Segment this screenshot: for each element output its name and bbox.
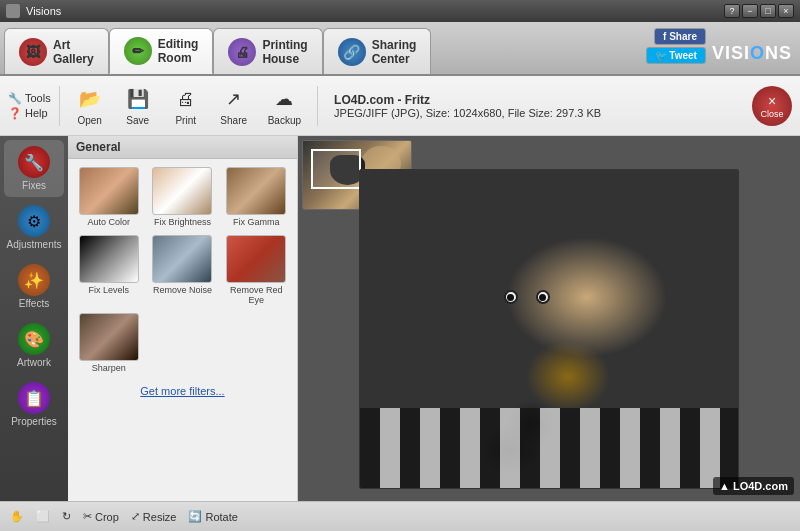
- effects-icon: ✨: [18, 264, 50, 296]
- save-button[interactable]: 💾 Save: [116, 81, 160, 130]
- cat-stripes: [360, 408, 738, 488]
- hand-tool[interactable]: ✋: [10, 510, 24, 523]
- tab-sharing-label: Sharing Center: [372, 38, 417, 66]
- share-button[interactable]: f Share: [654, 28, 706, 45]
- adjustments-label: Adjustments: [6, 239, 61, 250]
- app-logo: VISIONS: [712, 43, 792, 64]
- noise-label: Remove Noise: [153, 285, 212, 295]
- crop-label: Crop: [95, 511, 119, 523]
- tools-item[interactable]: 🔧 Tools: [8, 92, 51, 105]
- cat-pupil-right: [539, 294, 546, 301]
- app-title: Visions: [26, 5, 61, 17]
- editing-room-icon: ✏: [124, 37, 152, 65]
- artwork-icon: 🎨: [18, 323, 50, 355]
- printing-house-icon: 🖨: [228, 38, 256, 66]
- art-gallery-icon: 🖼: [19, 38, 47, 66]
- sidebar-item-fixes[interactable]: 🔧 Fixes: [4, 140, 64, 197]
- minimize-btn[interactable]: −: [742, 4, 758, 18]
- backup-icon: ☁: [270, 85, 298, 113]
- titlebar: Visions ? − □ ×: [0, 0, 800, 22]
- print-button[interactable]: 🖨 Print: [164, 81, 208, 130]
- brightness-label: Fix Brightness: [154, 217, 211, 227]
- crop-tool[interactable]: ✂ Crop: [83, 510, 119, 523]
- sharpen-label: Sharpen: [92, 363, 126, 373]
- fixes-icon: 🔧: [18, 146, 50, 178]
- sidebar: 🔧 Fixes ⚙ Adjustments ✨ Effects 🎨 Artwor…: [0, 136, 68, 501]
- maximize-btn[interactable]: □: [760, 4, 776, 18]
- status-tools: ✋ ⬜ ↻ ✂ Crop ⤢ Resize 🔄 Rotate: [10, 510, 238, 523]
- file-info: LO4D.com - Fritz JPEG/JIFF (JPG), Size: …: [334, 93, 748, 119]
- properties-icon: 📋: [18, 382, 50, 414]
- rotate-free-tool[interactable]: ↻: [62, 510, 71, 523]
- levels-thumb: [79, 235, 139, 283]
- toolbar: 🔧 Tools ❓ Help 📂 Open 💾 Save 🖨 Print ↗ S…: [0, 76, 800, 136]
- sharing-center-icon: 🔗: [338, 38, 366, 66]
- close-button[interactable]: × Close: [752, 86, 792, 126]
- get-more-filters-link[interactable]: Get more filters...: [140, 385, 224, 397]
- share-toolbar-button[interactable]: ↗ Share: [212, 81, 256, 130]
- effect-redeye[interactable]: Remove Red Eye: [221, 233, 291, 307]
- effect-sharpen[interactable]: Sharpen: [74, 311, 144, 375]
- fixes-label: Fixes: [22, 180, 46, 191]
- rotate-tool[interactable]: 🔄 Rotate: [188, 510, 237, 523]
- cat-pupil-left: [507, 294, 514, 301]
- gamma-thumb: [226, 167, 286, 215]
- help-label: Help: [25, 107, 48, 119]
- redeye-label: Remove Red Eye: [223, 285, 289, 305]
- tab-art-gallery[interactable]: 🖼 Art Gallery: [4, 28, 109, 74]
- rotate-icon: 🔄: [188, 510, 202, 523]
- status-bar: ✋ ⬜ ↻ ✂ Crop ⤢ Resize 🔄 Rotate: [0, 501, 800, 531]
- gamma-label: Fix Gamma: [233, 217, 280, 227]
- toolbar-divider-1: [59, 86, 60, 126]
- sidebar-item-properties[interactable]: 📋 Properties: [4, 376, 64, 433]
- hand-icon: ✋: [10, 510, 24, 523]
- rotate-free-icon: ↻: [62, 510, 71, 523]
- close-window-btn[interactable]: ×: [778, 4, 794, 18]
- tools-help: 🔧 Tools ❓ Help: [8, 92, 51, 120]
- brightness-thumb: [152, 167, 212, 215]
- effect-levels[interactable]: Fix Levels: [74, 233, 144, 307]
- tabs-row: 🖼 Art Gallery ✏ Editing Room 🖨 Printing …: [0, 22, 800, 76]
- help-item[interactable]: ❓ Help: [8, 107, 51, 120]
- sharpen-thumb: [79, 313, 139, 361]
- effect-gamma[interactable]: Fix Gamma: [221, 165, 291, 229]
- backup-button[interactable]: ☁ Backup: [260, 81, 309, 130]
- tab-printing-label: Printing House: [262, 38, 307, 66]
- titlebar-left: Visions: [6, 4, 61, 18]
- artwork-label: Artwork: [17, 357, 51, 368]
- noise-thumb: [152, 235, 212, 283]
- main-area: 🔧 Fixes ⚙ Adjustments ✨ Effects 🎨 Artwor…: [0, 136, 800, 501]
- sidebar-item-effects[interactable]: ✨ Effects: [4, 258, 64, 315]
- watermark: ▲ LO4D.com: [713, 477, 794, 495]
- effects-panel: General Auto Color Fix Brightness Fix Ga…: [68, 136, 298, 501]
- effect-brightness[interactable]: Fix Brightness: [148, 165, 218, 229]
- tweet-button[interactable]: 🐦 Tweet: [646, 47, 706, 64]
- resize-tool[interactable]: ⤢ Resize: [131, 510, 177, 523]
- toolbar-divider-2: [317, 86, 318, 126]
- tab-printing-house[interactable]: 🖨 Printing House: [213, 28, 322, 74]
- effects-label: Effects: [19, 298, 49, 309]
- effects-grid: Auto Color Fix Brightness Fix Gamma Fix …: [68, 159, 297, 381]
- tab-sharing-center[interactable]: 🔗 Sharing Center: [323, 28, 432, 74]
- sidebar-item-adjustments[interactable]: ⚙ Adjustments: [4, 199, 64, 256]
- help-titlebar-btn[interactable]: ?: [724, 4, 740, 18]
- help-icon: ❓: [8, 107, 22, 120]
- select-tool[interactable]: ⬜: [36, 510, 50, 523]
- save-icon: 💾: [124, 85, 152, 113]
- levels-label: Fix Levels: [89, 285, 130, 295]
- close-label: Close: [760, 109, 783, 119]
- properties-label: Properties: [11, 416, 57, 427]
- main-image[interactable]: [359, 169, 739, 489]
- sidebar-item-artwork[interactable]: 🎨 Artwork: [4, 317, 64, 374]
- effect-autocolor[interactable]: Auto Color: [74, 165, 144, 229]
- open-button[interactable]: 📂 Open: [68, 81, 112, 130]
- effect-noise[interactable]: Remove Noise: [148, 233, 218, 307]
- resize-icon: ⤢: [131, 510, 140, 523]
- close-x-icon: ×: [768, 93, 776, 109]
- titlebar-buttons: ? − □ ×: [724, 4, 794, 18]
- cat-eye-right: [536, 290, 550, 304]
- share-icon: ↗: [220, 85, 248, 113]
- print-icon: 🖨: [172, 85, 200, 113]
- tab-editing-room[interactable]: ✏ Editing Room: [109, 28, 214, 74]
- tab-art-label: Art Gallery: [53, 38, 94, 66]
